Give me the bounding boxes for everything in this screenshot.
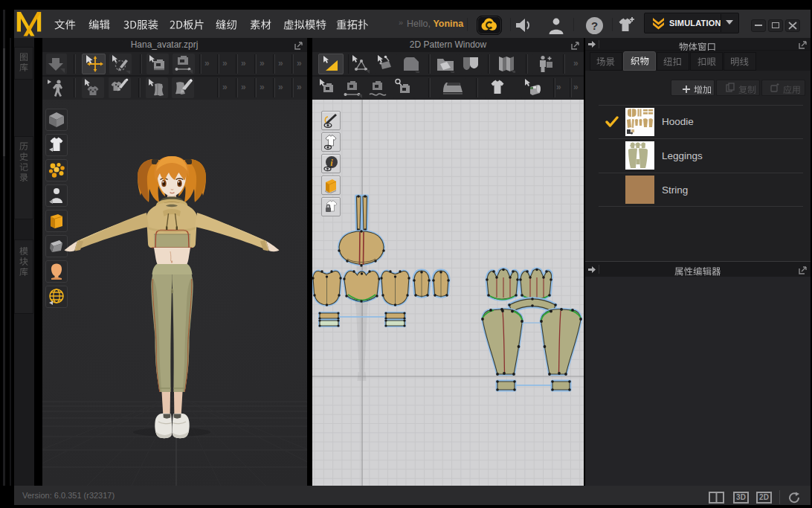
svg-text:?: ? <box>591 19 598 32</box>
